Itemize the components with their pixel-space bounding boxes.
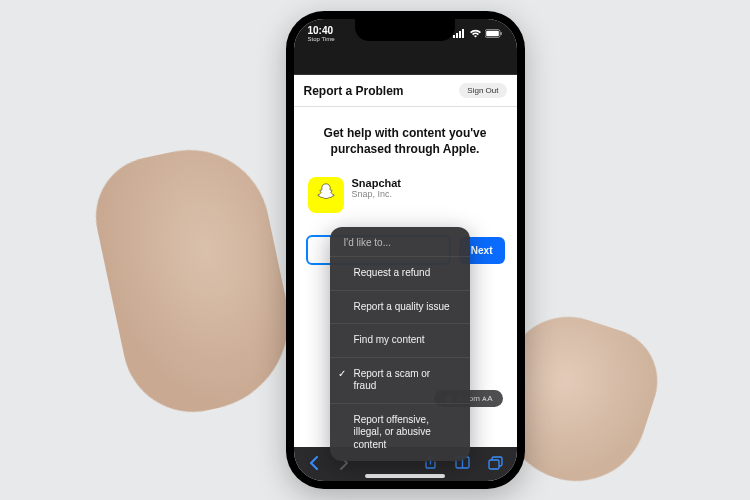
svg-rect-10	[489, 460, 499, 469]
notch	[355, 19, 455, 41]
svg-rect-1	[456, 33, 458, 38]
reason-dropdown: I'd like to... Request a refund Report a…	[330, 227, 470, 461]
page-content: Get help with content you've purchased t…	[294, 107, 517, 447]
phone-screen: 10:40 Stop Time Report a Problem Sign Ou…	[294, 19, 517, 481]
svg-rect-2	[459, 31, 461, 38]
dropdown-item-find[interactable]: Find my content	[330, 324, 470, 358]
app-publisher: Snap, Inc.	[352, 189, 402, 199]
reader-icon: ᴀA	[482, 394, 492, 403]
back-icon[interactable]	[308, 456, 320, 473]
apple-nav	[294, 49, 517, 75]
app-row: Snapchat Snap, Inc.	[306, 173, 505, 227]
sign-out-button[interactable]: Sign Out	[459, 83, 506, 98]
dropdown-item-abusive[interactable]: Report offensive, illegal, or abusive co…	[330, 404, 470, 462]
status-time: 10:40	[308, 26, 335, 36]
status-right	[453, 29, 503, 40]
snapchat-app-icon[interactable]	[308, 177, 344, 213]
dropdown-item-refund[interactable]: Request a refund	[330, 257, 470, 291]
battery-icon	[485, 29, 503, 40]
svg-rect-0	[453, 35, 455, 38]
dropdown-header: I'd like to...	[330, 227, 470, 257]
ghost-icon	[315, 182, 337, 209]
svg-rect-6	[500, 32, 501, 35]
dropdown-item-quality[interactable]: Report a quality issue	[330, 291, 470, 325]
dropdown-item-scam[interactable]: Report a scam or fraud	[330, 358, 470, 404]
tabs-icon[interactable]	[488, 456, 503, 473]
page-title: Report a Problem	[304, 84, 404, 98]
hero-text: Get help with content you've purchased t…	[306, 125, 505, 173]
wifi-icon	[469, 29, 482, 40]
status-sub: Stop Time	[308, 36, 335, 42]
hand-left	[85, 135, 305, 425]
phone-frame: 10:40 Stop Time Report a Problem Sign Ou…	[286, 11, 525, 489]
svg-rect-3	[462, 29, 464, 38]
page-header: Report a Problem Sign Out	[294, 75, 517, 107]
svg-rect-5	[486, 30, 499, 36]
home-indicator[interactable]	[365, 474, 445, 478]
app-name: Snapchat	[352, 177, 402, 189]
